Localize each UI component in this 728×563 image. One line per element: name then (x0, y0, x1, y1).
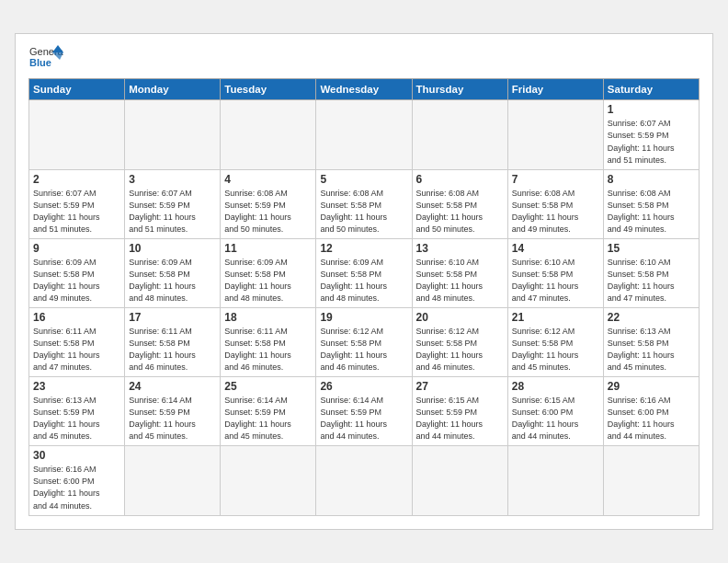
svg-text:Blue: Blue (29, 57, 51, 68)
day-info: Sunrise: 6:11 AM Sunset: 5:58 PM Dayligh… (33, 326, 120, 373)
week-row-3: 16Sunrise: 6:11 AM Sunset: 5:58 PM Dayli… (29, 308, 700, 377)
day-number: 3 (129, 173, 216, 186)
day-number: 26 (320, 380, 407, 393)
week-row-2: 9Sunrise: 6:09 AM Sunset: 5:58 PM Daylig… (29, 238, 700, 307)
day-cell: 26Sunrise: 6:14 AM Sunset: 5:59 PM Dayli… (316, 377, 412, 446)
day-cell: 18Sunrise: 6:11 AM Sunset: 5:58 PM Dayli… (221, 308, 316, 377)
day-number: 30 (33, 449, 120, 462)
day-cell: 4Sunrise: 6:08 AM Sunset: 5:59 PM Daylig… (221, 169, 316, 238)
day-number: 18 (224, 311, 312, 324)
day-cell: 24Sunrise: 6:14 AM Sunset: 5:59 PM Dayli… (125, 377, 221, 446)
day-cell: 23Sunrise: 6:13 AM Sunset: 5:59 PM Dayli… (29, 377, 125, 446)
calendar-container: General Blue SundayMondayTuesdayWednesda… (15, 33, 713, 529)
day-number: 13 (416, 242, 504, 255)
day-number: 20 (416, 311, 504, 324)
day-cell: 7Sunrise: 6:08 AM Sunset: 5:58 PM Daylig… (507, 169, 603, 238)
weekday-header-friday: Friday (507, 79, 603, 100)
day-info: Sunrise: 6:09 AM Sunset: 5:58 PM Dayligh… (224, 257, 312, 304)
day-cell: 15Sunrise: 6:10 AM Sunset: 5:58 PM Dayli… (603, 238, 699, 307)
day-number: 19 (320, 311, 407, 324)
day-cell: 6Sunrise: 6:08 AM Sunset: 5:58 PM Daylig… (412, 169, 507, 238)
day-number: 6 (416, 173, 504, 186)
day-info: Sunrise: 6:16 AM Sunset: 6:00 PM Dayligh… (33, 464, 120, 511)
day-cell: 11Sunrise: 6:09 AM Sunset: 5:58 PM Dayli… (221, 238, 316, 307)
day-cell (29, 100, 125, 169)
day-cell: 17Sunrise: 6:11 AM Sunset: 5:58 PM Dayli… (125, 308, 221, 377)
day-number: 29 (608, 380, 695, 393)
day-info: Sunrise: 6:08 AM Sunset: 5:58 PM Dayligh… (416, 188, 504, 236)
day-info: Sunrise: 6:12 AM Sunset: 5:58 PM Dayligh… (416, 326, 504, 373)
day-number: 11 (224, 242, 312, 255)
day-cell: 12Sunrise: 6:09 AM Sunset: 5:58 PM Dayli… (316, 238, 412, 307)
day-cell: 28Sunrise: 6:15 AM Sunset: 6:00 PM Dayli… (507, 377, 603, 446)
calendar-table: SundayMondayTuesdayWednesdayThursdayFrid… (28, 78, 700, 515)
day-number: 4 (224, 173, 312, 186)
day-number: 9 (33, 242, 120, 255)
week-row-5: 30Sunrise: 6:16 AM Sunset: 6:00 PM Dayli… (29, 446, 700, 515)
day-cell (125, 446, 221, 515)
day-number: 25 (224, 380, 312, 393)
weekday-header-saturday: Saturday (603, 79, 699, 100)
day-cell (603, 446, 699, 515)
day-cell: 2Sunrise: 6:07 AM Sunset: 5:59 PM Daylig… (29, 169, 125, 238)
calendar-header: General Blue (28, 43, 700, 73)
day-cell (316, 446, 412, 515)
day-info: Sunrise: 6:12 AM Sunset: 5:58 PM Dayligh… (512, 326, 599, 373)
day-cell (507, 100, 603, 169)
day-cell: 8Sunrise: 6:08 AM Sunset: 5:58 PM Daylig… (603, 169, 699, 238)
weekday-header-tuesday: Tuesday (221, 79, 316, 100)
day-cell (316, 100, 412, 169)
day-cell: 1Sunrise: 6:07 AM Sunset: 5:59 PM Daylig… (603, 100, 699, 169)
day-info: Sunrise: 6:13 AM Sunset: 5:59 PM Dayligh… (33, 395, 120, 442)
weekday-header-monday: Monday (125, 79, 221, 100)
day-cell: 29Sunrise: 6:16 AM Sunset: 6:00 PM Dayli… (603, 377, 699, 446)
day-info: Sunrise: 6:16 AM Sunset: 6:00 PM Dayligh… (608, 395, 695, 442)
day-info: Sunrise: 6:10 AM Sunset: 5:58 PM Dayligh… (416, 257, 504, 304)
day-number: 8 (608, 173, 695, 186)
day-number: 22 (608, 311, 695, 324)
day-number: 16 (33, 311, 120, 324)
weekday-header-sunday: Sunday (29, 79, 125, 100)
day-number: 23 (33, 380, 120, 393)
day-number: 17 (129, 311, 216, 324)
day-cell: 16Sunrise: 6:11 AM Sunset: 5:58 PM Dayli… (29, 308, 125, 377)
day-cell: 10Sunrise: 6:09 AM Sunset: 5:58 PM Dayli… (125, 238, 221, 307)
week-row-1: 2Sunrise: 6:07 AM Sunset: 5:59 PM Daylig… (29, 169, 700, 238)
day-info: Sunrise: 6:15 AM Sunset: 6:00 PM Dayligh… (512, 395, 599, 442)
day-number: 28 (512, 380, 599, 393)
weekday-header-thursday: Thursday (412, 79, 507, 100)
day-number: 7 (512, 173, 599, 186)
day-number: 14 (512, 242, 599, 255)
day-number: 5 (320, 173, 407, 186)
day-number: 15 (608, 242, 695, 255)
day-info: Sunrise: 6:08 AM Sunset: 5:58 PM Dayligh… (512, 188, 599, 236)
day-info: Sunrise: 6:14 AM Sunset: 5:59 PM Dayligh… (320, 395, 407, 442)
weekday-header-row: SundayMondayTuesdayWednesdayThursdayFrid… (29, 79, 700, 100)
day-cell: 22Sunrise: 6:13 AM Sunset: 5:58 PM Dayli… (603, 308, 699, 377)
day-cell: 25Sunrise: 6:14 AM Sunset: 5:59 PM Dayli… (221, 377, 316, 446)
day-number: 2 (33, 173, 120, 186)
day-cell: 30Sunrise: 6:16 AM Sunset: 6:00 PM Dayli… (29, 446, 125, 515)
day-info: Sunrise: 6:09 AM Sunset: 5:58 PM Dayligh… (129, 257, 216, 304)
day-info: Sunrise: 6:09 AM Sunset: 5:58 PM Dayligh… (320, 257, 407, 304)
day-number: 12 (320, 242, 407, 255)
day-cell: 14Sunrise: 6:10 AM Sunset: 5:58 PM Dayli… (507, 238, 603, 307)
day-cell: 5Sunrise: 6:08 AM Sunset: 5:58 PM Daylig… (316, 169, 412, 238)
day-info: Sunrise: 6:12 AM Sunset: 5:58 PM Dayligh… (320, 326, 407, 373)
day-info: Sunrise: 6:14 AM Sunset: 5:59 PM Dayligh… (224, 395, 312, 442)
day-cell: 9Sunrise: 6:09 AM Sunset: 5:58 PM Daylig… (29, 238, 125, 307)
logo-icon: General Blue (28, 43, 63, 73)
day-info: Sunrise: 6:08 AM Sunset: 5:58 PM Dayligh… (320, 188, 407, 236)
day-number: 27 (416, 380, 504, 393)
day-cell (507, 446, 603, 515)
day-info: Sunrise: 6:07 AM Sunset: 5:59 PM Dayligh… (129, 188, 216, 236)
day-cell: 19Sunrise: 6:12 AM Sunset: 5:58 PM Dayli… (316, 308, 412, 377)
day-number: 10 (129, 242, 216, 255)
logo: General Blue (28, 43, 63, 73)
day-cell (412, 100, 507, 169)
day-cell: 3Sunrise: 6:07 AM Sunset: 5:59 PM Daylig… (125, 169, 221, 238)
day-info: Sunrise: 6:07 AM Sunset: 5:59 PM Dayligh… (608, 118, 695, 166)
day-info: Sunrise: 6:11 AM Sunset: 5:58 PM Dayligh… (224, 326, 312, 373)
day-info: Sunrise: 6:10 AM Sunset: 5:58 PM Dayligh… (512, 257, 599, 304)
day-number: 1 (608, 103, 695, 116)
